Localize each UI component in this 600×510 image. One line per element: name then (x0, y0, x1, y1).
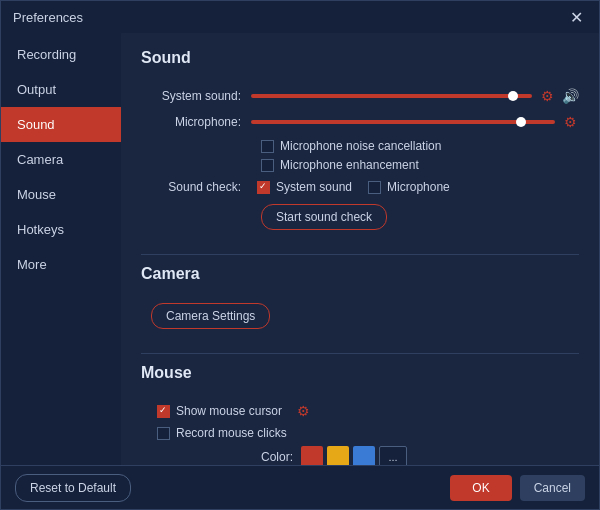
system-sound-slider-container: ⚙ 🔊 (251, 87, 579, 105)
sound-check-mic-checkbox[interactable] (368, 181, 381, 194)
close-button[interactable]: ✕ (565, 6, 587, 28)
system-sound-row: System sound: ⚙ 🔊 (141, 87, 579, 105)
title-bar: Preferences ✕ (1, 1, 599, 33)
cancel-button[interactable]: Cancel (520, 475, 585, 501)
mic-enhance-label: Microphone enhancement (280, 158, 419, 172)
microphone-slider-container: ⚙ (251, 113, 579, 131)
camera-section-title: Camera (141, 265, 579, 289)
system-sound-gear-icon[interactable]: ⚙ (538, 87, 556, 105)
start-sound-check-button[interactable]: Start sound check (261, 204, 387, 230)
window-title: Preferences (13, 10, 83, 25)
more-colors-button-1[interactable]: ... (379, 446, 407, 465)
sidebar-item-mouse[interactable]: Mouse (1, 177, 121, 212)
sidebar-item-hotkeys[interactable]: Hotkeys (1, 212, 121, 247)
sidebar-item-recording[interactable]: Recording (1, 37, 121, 72)
content-area: Sound System sound: ⚙ 🔊 Microphone: ⚙ (121, 33, 599, 465)
record-clicks-row: Record mouse clicks (157, 426, 579, 440)
camera-settings-button[interactable]: Camera Settings (151, 303, 270, 329)
sound-check-label: Sound check: (141, 180, 251, 194)
sidebar-item-sound[interactable]: Sound (1, 107, 121, 142)
sound-check-mic-label: Microphone (387, 180, 450, 194)
record-clicks-label: Record mouse clicks (176, 426, 287, 440)
ok-button[interactable]: OK (450, 475, 511, 501)
mic-noise-checkbox[interactable] (261, 140, 274, 153)
sound-section-title: Sound (141, 49, 579, 73)
color-row-1: Color: ... (261, 446, 579, 465)
mic-noise-label: Microphone noise cancellation (280, 139, 441, 153)
volume-icon: 🔊 (562, 88, 579, 104)
main-area: Recording Output Sound Camera Mouse Hotk… (1, 33, 599, 465)
footer-right: OK Cancel (450, 475, 585, 501)
system-sound-label: System sound: (141, 89, 251, 103)
show-cursor-label: Show mouse cursor (176, 404, 282, 418)
preferences-window: Preferences ✕ Recording Output Sound Cam… (0, 0, 600, 510)
color-swatch-red-1[interactable] (301, 446, 323, 465)
microphone-slider[interactable] (251, 120, 555, 124)
color-swatch-blue-1[interactable] (353, 446, 375, 465)
record-clicks-checkbox[interactable] (157, 427, 170, 440)
show-cursor-gear-icon[interactable]: ⚙ (294, 402, 312, 420)
microphone-row: Microphone: ⚙ (141, 113, 579, 131)
system-sound-slider[interactable] (251, 94, 532, 98)
mic-enhance-row: Microphone enhancement (261, 158, 579, 172)
show-cursor-checkbox[interactable] (157, 405, 170, 418)
color-swatch-yellow-1[interactable] (327, 446, 349, 465)
sound-check-system-label: System sound (276, 180, 352, 194)
sidebar: Recording Output Sound Camera Mouse Hotk… (1, 33, 121, 465)
sidebar-item-output[interactable]: Output (1, 72, 121, 107)
footer: Reset to Default OK Cancel (1, 465, 599, 509)
sidebar-item-more[interactable]: More (1, 247, 121, 282)
sound-check-row: Sound check: System sound Microphone (141, 180, 579, 194)
sidebar-item-camera[interactable]: Camera (1, 142, 121, 177)
color-label-1: Color: (261, 450, 293, 464)
microphone-label: Microphone: (141, 115, 251, 129)
reset-to-default-button[interactable]: Reset to Default (15, 474, 131, 502)
mouse-section-title: Mouse (141, 364, 579, 388)
divider-2 (141, 353, 579, 354)
sound-check-system-checkbox[interactable] (257, 181, 270, 194)
microphone-gear-icon[interactable]: ⚙ (561, 113, 579, 131)
mic-noise-row: Microphone noise cancellation (261, 139, 579, 153)
show-cursor-row: Show mouse cursor ⚙ (157, 402, 579, 420)
mic-enhance-checkbox[interactable] (261, 159, 274, 172)
divider-1 (141, 254, 579, 255)
